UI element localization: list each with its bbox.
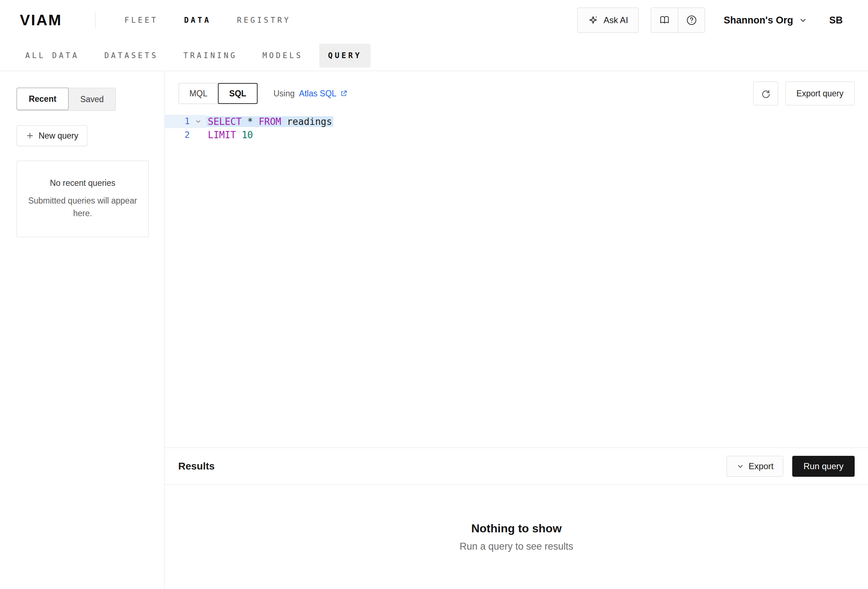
sparkle-icon [588,15,598,26]
empty-state-subtitle: Submitted queries will appear here. [27,195,139,219]
results-bar: Results Export Run query [165,447,868,485]
ask-ai-label: Ask AI [604,15,628,25]
results-title: Results [178,460,215,472]
new-query-button[interactable]: New query [16,125,87,146]
avatar[interactable]: SB [829,15,843,26]
using-atlas-sql: Using Atlas SQL [273,89,348,99]
export-results-label: Export [748,461,774,471]
page: VIAM FLEET DATA REGISTRY Ask AI [0,0,868,589]
fold-chevron-icon[interactable] [190,115,207,128]
external-link-icon [340,89,348,98]
query-toolbar-right: Export query [753,81,855,105]
chevron-down-icon [736,462,744,470]
plus-icon [26,132,34,140]
top-nav-fleet[interactable]: FLEET [124,16,158,25]
book-icon [659,15,670,26]
top-nav-data[interactable]: DATA [184,16,211,25]
chevron-down-icon [799,16,807,25]
run-query-button[interactable]: Run query [792,456,855,477]
atlas-sql-link-label: Atlas SQL [299,89,337,99]
org-name: Shannon's Org [724,15,793,26]
results-empty-title: Nothing to show [471,522,562,535]
export-results-button[interactable]: Export [726,456,783,477]
tab-training[interactable]: TRAINING [175,44,246,68]
question-circle-icon [686,15,697,26]
help-button[interactable] [678,8,704,33]
recent-saved-toggle: Recent Saved [16,88,116,111]
refresh-button[interactable] [753,81,778,105]
sql-mode-button[interactable]: SQL [218,83,258,104]
tab-query[interactable]: QUERY [319,44,370,68]
tab-models[interactable]: MODELS [254,44,311,68]
org-switcher[interactable]: Shannon's Org [724,15,807,26]
header-right: Ask AI [577,7,843,33]
refresh-icon [760,89,771,99]
code-line[interactable]: 1SELECT * FROM readings [165,115,868,128]
tab-datasets[interactable]: DATASETS [96,44,167,68]
line-number: 2 [165,130,190,140]
new-query-label: New query [38,131,78,141]
using-label: Using [273,89,295,99]
header-divider [95,13,96,28]
atlas-sql-link[interactable]: Atlas SQL [299,89,348,99]
code-line[interactable]: 2LIMIT 10 [165,128,868,142]
recent-queries-empty-state: No recent queries Submitted queries will… [16,161,149,237]
line-number: 1 [165,115,190,128]
export-query-button[interactable]: Export query [785,81,855,105]
top-nav-registry[interactable]: REGISTRY [237,16,291,25]
code-lines: 1SELECT * FROM readings2LIMIT 10 [165,115,868,142]
query-sidebar: Recent Saved New query No recent queries… [0,71,164,589]
data-tabs-bar: ALL DATA DATASETS TRAINING MODELS QUERY [0,40,868,71]
sql-editor[interactable]: 1SELECT * FROM readings2LIMIT 10 [165,115,868,142]
empty-state-title: No recent queries [27,178,139,188]
mql-mode-button[interactable]: MQL [179,83,218,104]
top-nav: FLEET DATA REGISTRY [124,16,291,25]
results-empty-subtitle: Run a query to see results [460,541,573,552]
code-line-text: LIMIT 10 [207,130,254,141]
help-icon-group [651,7,705,33]
results-actions: Export Run query [726,456,855,477]
docs-button[interactable] [651,8,678,33]
saved-tab[interactable]: Saved [69,88,115,111]
ask-ai-button[interactable]: Ask AI [577,7,639,33]
recent-tab[interactable]: Recent [16,88,69,110]
results-empty-state: Nothing to show Run a query to see resul… [165,485,868,589]
query-mode-toggle: MQL SQL [179,83,258,104]
viam-logo[interactable]: VIAM [20,12,62,29]
query-toolbar: MQL SQL Using Atlas SQL [165,81,868,105]
code-line-text: SELECT * FROM readings [207,116,334,127]
top-header: VIAM FLEET DATA REGISTRY Ask AI [0,0,868,40]
tab-all-data[interactable]: ALL DATA [16,44,88,68]
